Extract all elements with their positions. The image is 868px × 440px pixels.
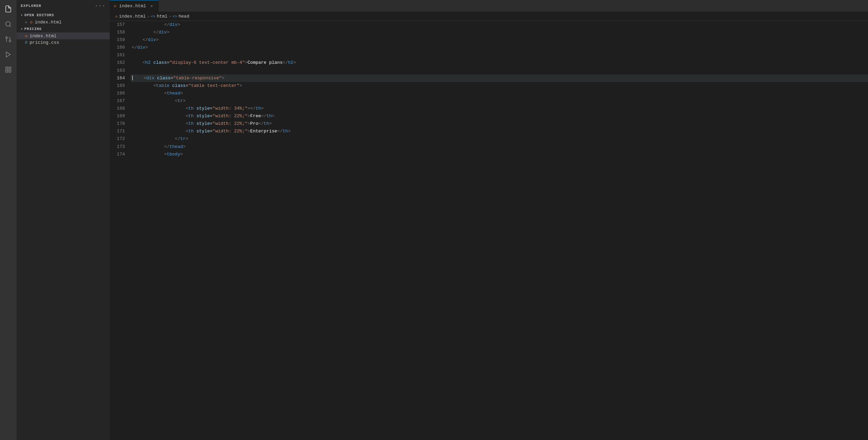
code-line-167: 167 <tr> xyxy=(110,97,868,105)
breadcrumb-tag-icon-2: <> xyxy=(172,14,177,19)
code-line-162: 162 <h2 class="display-6 text-center mb-… xyxy=(110,59,868,67)
run-debug-icon[interactable] xyxy=(2,48,14,61)
line-content-169: <th style="width: 22%;">Free</th> xyxy=(130,112,868,120)
svg-rect-7 xyxy=(9,67,11,69)
pricing-css-name: pricing.css xyxy=(30,40,59,45)
breadcrumb: ◇ index.html › <> html › <> head xyxy=(110,12,868,21)
line-content-162: <h2 class="display-6 text-center mb-4">C… xyxy=(130,59,868,67)
breadcrumb-head: <> head xyxy=(172,14,189,19)
line-content-159: </div> xyxy=(130,36,868,44)
svg-point-3 xyxy=(6,37,8,39)
code-line-157: 157 </div> xyxy=(110,21,868,29)
tab-filename: index.html xyxy=(119,3,146,9)
svg-point-0 xyxy=(6,22,10,26)
line-content-160: </div> xyxy=(130,44,868,51)
open-editors-chevron: ▾ xyxy=(21,13,23,17)
line-content-158: </div> xyxy=(130,29,868,36)
code-line-173: 173 </thead> xyxy=(110,143,868,151)
code-line-160: 160 </div> xyxy=(110,44,868,51)
tab-bar: ◇ index.html ✕ xyxy=(110,0,868,12)
svg-point-2 xyxy=(9,40,11,42)
search-icon[interactable] xyxy=(2,18,14,30)
line-content-170: <th style="width: 22%;">Pro</th> xyxy=(130,120,868,128)
code-line-172: 172 </tr> xyxy=(110,135,868,143)
code-line-168: 168 <th style="width: 34%;"></th> xyxy=(110,105,868,112)
pricing-index-html[interactable]: ◇ index.html xyxy=(17,32,110,39)
sidebar-title: EXPLORER xyxy=(21,4,41,8)
line-num-174: 174 xyxy=(110,151,130,158)
svg-rect-6 xyxy=(6,67,8,69)
line-num-172: 172 xyxy=(110,135,130,143)
code-line-158: 158 </div> xyxy=(110,29,868,36)
line-num-158: 158 xyxy=(110,29,130,36)
sidebar-more-button[interactable]: ··· xyxy=(95,3,106,9)
line-content-166: <thead> xyxy=(130,90,868,97)
line-content-168: <th style="width: 34%;"></th> xyxy=(130,105,868,112)
tab-close-button[interactable]: ✕ xyxy=(149,3,154,9)
line-num-169: 169 xyxy=(110,112,130,120)
code-line-165: 165 <table class="table text-center"> xyxy=(110,82,868,90)
line-content-161 xyxy=(130,51,868,59)
source-control-icon[interactable] xyxy=(2,33,14,46)
open-editors-section[interactable]: ▾ OPEN EDITORS xyxy=(17,12,110,19)
line-num-171: 171 xyxy=(110,128,130,135)
tab-index-html[interactable]: ◇ index.html ✕ xyxy=(110,0,159,12)
line-content-174: <tbody> xyxy=(130,151,868,158)
pricing-section[interactable]: ▾ PRICING xyxy=(17,26,110,32)
code-line-166: 166 <thead> xyxy=(110,90,868,97)
line-content-167: <tr> xyxy=(130,97,868,105)
activity-bar xyxy=(0,0,17,440)
open-editor-filename: index.html xyxy=(34,20,61,25)
line-content-172: </tr> xyxy=(130,135,868,143)
line-content-164: <div class="table-responsive"> xyxy=(130,74,868,82)
sidebar-header: EXPLORER ··· xyxy=(17,0,110,12)
line-content-163 xyxy=(130,67,868,74)
breadcrumb-tag-icon-1: <> xyxy=(151,14,155,19)
sidebar: EXPLORER ··· ▾ OPEN EDITORS ✕ ◇ index.ht… xyxy=(17,0,110,440)
line-num-160: 160 xyxy=(110,44,130,51)
line-num-168: 168 xyxy=(110,105,130,112)
pricing-label: PRICING xyxy=(24,27,42,31)
pricing-css[interactable]: # pricing.css xyxy=(17,39,110,46)
code-line-174: 174 <tbody> xyxy=(110,151,868,158)
open-editor-index-html[interactable]: ✕ ◇ index.html xyxy=(17,19,110,26)
open-editors-label: OPEN EDITORS xyxy=(24,13,54,17)
pricing-css-icon: # xyxy=(25,40,28,45)
svg-line-1 xyxy=(10,26,11,27)
line-num-165: 165 xyxy=(110,82,130,90)
files-icon[interactable] xyxy=(2,3,14,15)
line-content-171: <th style="width: 22%;">Enterprise</th> xyxy=(130,128,868,135)
breadcrumb-html: <> html xyxy=(151,14,167,19)
breadcrumb-sep-2: › xyxy=(169,14,171,19)
line-num-163: 163 xyxy=(110,67,130,74)
pricing-chevron: ▾ xyxy=(21,27,23,31)
code-line-170: 170 <th style="width: 22%;">Pro</th> xyxy=(110,120,868,128)
line-content-173: </thead> xyxy=(130,143,868,151)
line-num-166: 166 xyxy=(110,90,130,97)
code-line-163: 163 xyxy=(110,67,868,74)
svg-rect-8 xyxy=(6,70,8,72)
code-line-171: 171 <th style="width: 22%;">Enterprise</… xyxy=(110,128,868,135)
line-num-157: 157 xyxy=(110,21,130,29)
editor-area[interactable]: 157 </div> 158 </div> 159 </div> 160 </d… xyxy=(110,21,868,440)
code-line-159: 159 </div> xyxy=(110,36,868,44)
breadcrumb-head-label[interactable]: head xyxy=(178,14,189,19)
breadcrumb-html-icon: ◇ xyxy=(115,14,118,19)
file-close-icon[interactable]: ✕ xyxy=(25,20,27,24)
line-num-173: 173 xyxy=(110,143,130,151)
line-num-162: 162 xyxy=(110,59,130,67)
breadcrumb-filename[interactable]: index.html xyxy=(119,14,146,19)
code-line-164: 164 <div class="table-responsive"> xyxy=(110,74,868,82)
svg-rect-9 xyxy=(9,70,11,72)
line-content-157: </div> xyxy=(130,21,868,29)
pricing-html-icon: ◇ xyxy=(25,33,28,39)
breadcrumb-file: ◇ index.html xyxy=(115,14,146,19)
breadcrumb-html-label[interactable]: html xyxy=(157,14,167,19)
line-num-161: 161 xyxy=(110,51,130,59)
line-num-164: 164 xyxy=(110,74,130,82)
line-content-165: <table class="table text-center"> xyxy=(130,82,868,90)
code-lines: 157 </div> 158 </div> 159 </div> 160 </d… xyxy=(110,21,868,158)
extensions-icon[interactable] xyxy=(2,63,14,76)
svg-marker-5 xyxy=(6,52,10,57)
line-num-159: 159 xyxy=(110,36,130,44)
